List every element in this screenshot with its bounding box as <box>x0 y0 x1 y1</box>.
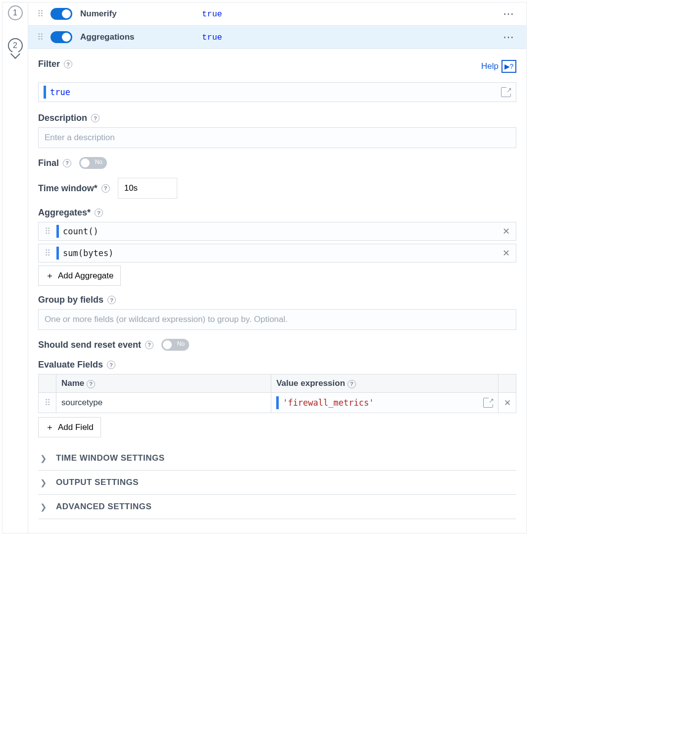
time-window-label: Time window* <box>38 183 98 194</box>
help-link-text: Help <box>481 61 499 71</box>
add-field-button[interactable]: ＋Add Field <box>38 417 101 437</box>
final-toggle[interactable]: No <box>79 157 107 169</box>
field-value-expr: 'firewall_metrics' <box>283 398 479 408</box>
help-icon[interactable]: ? <box>91 114 100 122</box>
drag-handle-icon[interactable]: ⠿ <box>39 248 56 259</box>
chevron-right-icon: ❯ <box>38 478 48 487</box>
step-1-marker[interactable]: 1 <box>8 5 23 20</box>
evaluate-fields-label: Evaluate Fields <box>38 360 103 370</box>
stage-enable-toggle[interactable] <box>50 8 72 20</box>
reset-event-label: Should send reset event <box>38 340 141 350</box>
help-icon[interactable]: ? <box>107 361 115 369</box>
code-gutter <box>276 396 279 409</box>
col-value: Value expression <box>276 378 345 388</box>
help-icon[interactable]: ? <box>348 380 356 388</box>
section-time-window-settings[interactable]: ❯ TIME WINDOW SETTINGS <box>38 446 516 471</box>
remove-aggregate-button[interactable]: ✕ <box>496 226 516 237</box>
drag-handle-icon[interactable]: ⠿ <box>39 226 56 237</box>
remove-aggregate-button[interactable]: ✕ <box>496 248 516 259</box>
final-label: Final <box>38 158 59 168</box>
remove-field-button[interactable]: ✕ <box>499 393 516 413</box>
aggregate-row[interactable]: ⠿ sum(bytes) ✕ <box>38 244 516 263</box>
step-2-marker[interactable]: 2 <box>8 38 23 53</box>
stage-name: Aggregations <box>80 32 194 42</box>
stage-menu-icon[interactable]: ⋯ <box>500 7 517 20</box>
stage-filter-expr: true <box>202 33 492 42</box>
drag-handle-icon[interactable]: ⠿ <box>37 12 43 15</box>
help-icon[interactable]: ? <box>95 209 103 217</box>
help-icon[interactable]: ? <box>87 380 95 388</box>
description-label: Description <box>38 113 87 123</box>
drag-handle-icon[interactable]: ⠿ <box>39 393 56 413</box>
group-by-label: Group by fields <box>38 295 103 305</box>
expand-icon[interactable] <box>501 87 511 97</box>
filter-input[interactable]: true <box>38 82 516 102</box>
stage-name: Numerify <box>80 9 194 19</box>
filter-value: true <box>50 87 497 97</box>
help-icon[interactable]: ? <box>101 184 110 193</box>
help-icon[interactable]: ? <box>63 159 71 167</box>
section-title: TIME WINDOW SETTINGS <box>56 453 165 463</box>
group-by-input[interactable] <box>38 309 516 330</box>
chevron-right-icon: ❯ <box>38 502 48 512</box>
stage-enable-toggle[interactable] <box>50 31 72 43</box>
aggregate-expr: count() <box>63 222 496 240</box>
table-row: ⠿ 'firewall_metrics' ✕ <box>39 393 516 413</box>
description-input[interactable] <box>38 127 516 148</box>
time-window-input[interactable] <box>118 178 177 199</box>
field-value-input[interactable]: 'firewall_metrics' <box>271 393 498 412</box>
plus-icon: ＋ <box>46 270 54 281</box>
field-name-input[interactable] <box>61 397 266 409</box>
evaluate-fields-table: Name ? Value expression ? ⠿ <box>38 374 516 413</box>
help-link[interactable]: Help ▶? <box>481 60 516 73</box>
section-advanced-settings[interactable]: ❯ ADVANCED SETTINGS <box>38 495 516 519</box>
section-output-settings[interactable]: ❯ OUTPUT SETTINGS <box>38 471 516 495</box>
aggregate-expr: sum(bytes) <box>63 244 496 262</box>
chevron-right-icon: ❯ <box>38 454 48 463</box>
aggregates-label: Aggregates* <box>38 208 91 218</box>
help-icon[interactable]: ? <box>107 296 116 304</box>
stage-row-numerify[interactable]: ⠿ Numerify true ⋯ <box>28 2 526 26</box>
code-gutter <box>56 247 59 260</box>
expand-icon[interactable] <box>483 398 493 408</box>
code-gutter <box>44 86 46 99</box>
help-play-icon: ▶? <box>501 60 516 73</box>
help-icon[interactable]: ? <box>145 341 153 349</box>
pipeline-rail: 1 2 <box>2 2 28 533</box>
col-name: Name <box>61 378 84 388</box>
aggregate-row[interactable]: ⠿ count() ✕ <box>38 222 516 241</box>
stage-filter-expr: true <box>202 9 492 19</box>
add-aggregate-button[interactable]: ＋Add Aggregate <box>38 266 121 286</box>
stage-menu-icon[interactable]: ⋯ <box>500 31 517 44</box>
reset-event-toggle[interactable]: No <box>161 339 189 351</box>
section-title: OUTPUT SETTINGS <box>56 478 139 487</box>
plus-icon: ＋ <box>46 422 54 433</box>
help-icon[interactable]: ? <box>64 60 72 68</box>
filter-label: Filter <box>38 59 60 69</box>
stage-row-aggregations[interactable]: ⠿ Aggregations true ⋯ <box>28 26 526 49</box>
section-title: ADVANCED SETTINGS <box>56 502 151 512</box>
drag-handle-icon[interactable]: ⠿ <box>37 36 43 39</box>
code-gutter <box>56 225 59 238</box>
